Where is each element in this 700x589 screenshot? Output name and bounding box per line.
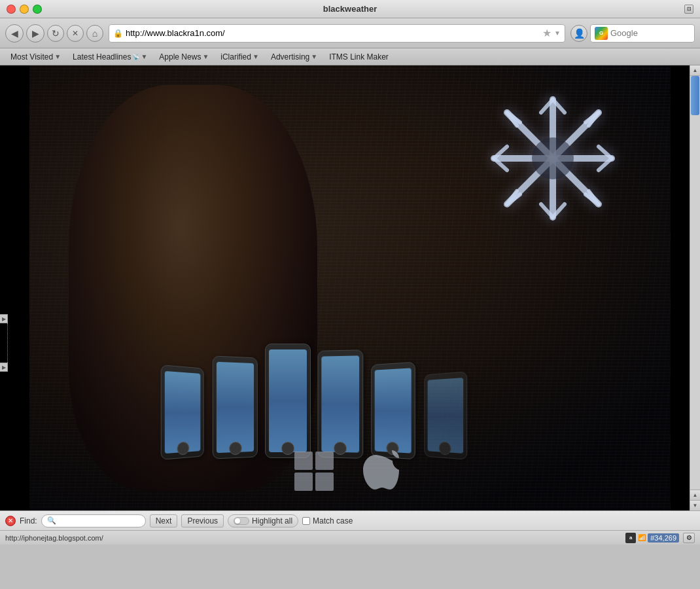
bookmark-itms-link-maker[interactable]: ITMS Link Maker <box>324 51 394 63</box>
bookmark-apple-news[interactable]: Apple News ▼ <box>154 51 214 63</box>
scroll-up-button[interactable]: ▲ <box>690 65 700 76</box>
svg-rect-21 <box>294 452 313 470</box>
status-url: http://iphonejtag.blogspot.com/ <box>5 534 620 542</box>
scroll-track[interactable] <box>690 76 700 490</box>
find-input[interactable] <box>59 516 157 526</box>
signal-bars-icon: 📶 <box>638 534 646 541</box>
find-previous-button[interactable]: Previous <box>181 514 224 527</box>
apple-logo <box>363 445 409 497</box>
maximize-button[interactable] <box>33 5 42 14</box>
bookmark-advertising[interactable]: Advertising ▼ <box>266 51 323 63</box>
lock-icon: 🔒 <box>113 29 123 38</box>
highlight-toggle[interactable] <box>234 517 249 525</box>
chevron-down-icon: ▼ <box>141 53 147 60</box>
find-input-wrapper: 🔍 <box>41 514 146 527</box>
side-expand-left: ▶ ▶ <box>0 314 8 372</box>
chevron-down-icon: ▼ <box>54 53 61 60</box>
phone-4 <box>317 349 363 459</box>
status-bar: http://iphonejtag.blogspot.com/ a 📶 #34,… <box>0 530 700 544</box>
match-case-checkbox[interactable] <box>302 517 310 525</box>
window-controls <box>7 5 42 14</box>
svg-point-20 <box>532 137 574 179</box>
phone-6 <box>424 371 467 459</box>
bookmark-most-visited[interactable]: Most Visited ▼ <box>5 51 66 63</box>
extension-button[interactable]: ⚙ <box>683 533 695 543</box>
toolbar: ◀ ▶ ↻ ✕ ⌂ 🔒 ★ ▼ 👤 G 🔍 <box>0 18 700 48</box>
restore-button[interactable]: ⊡ <box>684 5 693 14</box>
find-next-button[interactable]: Next <box>150 514 178 527</box>
home-button[interactable]: ⌂ <box>86 25 103 42</box>
phone-1 <box>161 365 204 460</box>
address-input[interactable] <box>126 28 540 38</box>
search-input[interactable] <box>610 28 700 38</box>
google-logo: G <box>595 27 608 40</box>
find-search-icon: 🔍 <box>47 516 56 525</box>
bookmark-iclarified[interactable]: iClarified ▼ <box>215 51 264 63</box>
find-highlight-button[interactable]: Highlight all <box>228 514 298 527</box>
forward-button[interactable]: ▶ <box>26 24 44 43</box>
title-bar: blackweather ⊡ <box>0 0 700 18</box>
svg-rect-23 <box>294 473 313 491</box>
window-title: blackweather <box>323 4 377 14</box>
bookmark-dropdown-icon[interactable]: ▼ <box>554 29 561 37</box>
toolbar-right-section: 👤 G 🔍 <box>570 24 695 43</box>
status-bar-right: a 📶 #34,269 ⚙ <box>625 533 695 543</box>
close-button[interactable] <box>7 5 16 14</box>
bookmarks-bar: Most Visited ▼ Latest Headlines 📡 ▼ Appl… <box>0 48 700 65</box>
find-close-button[interactable]: ✕ <box>5 516 16 526</box>
site-main-content <box>29 65 671 510</box>
find-bar: ✕ Find: 🔍 Next Previous Highlight all Ma… <box>0 510 700 530</box>
reload-button[interactable]: ↻ <box>47 25 64 42</box>
phone-2 <box>213 355 258 459</box>
stop-button[interactable]: ✕ <box>67 25 84 42</box>
bookmark-star-icon[interactable]: ★ <box>542 27 551 39</box>
scrollbar: ▲ ▲ ▼ <box>690 65 700 510</box>
expand-button-top[interactable]: ▶ <box>0 314 8 323</box>
chevron-down-icon: ▼ <box>311 53 317 60</box>
minimize-button[interactable] <box>20 5 29 14</box>
scroll-down-button-lower[interactable]: ▼ <box>690 500 700 510</box>
rss-icon: 📡 <box>132 54 139 60</box>
scroll-thumb[interactable] <box>691 76 699 115</box>
alexa-logo: a <box>625 533 636 543</box>
browser-content-area: ▶ ▶ ▲ ▲ ▼ <box>0 65 700 510</box>
svg-rect-24 <box>315 473 334 491</box>
svg-rect-22 <box>315 452 334 470</box>
find-label: Find: <box>20 516 37 526</box>
phones-row <box>160 314 657 458</box>
address-bar: 🔒 ★ ▼ <box>109 24 565 43</box>
user-icon-button[interactable]: 👤 <box>570 25 587 42</box>
expand-button-bottom[interactable]: ▶ <box>0 363 8 372</box>
match-case-label[interactable]: Match case <box>302 516 353 526</box>
search-bar: G 🔍 <box>590 24 695 43</box>
title-bar-right: ⊡ <box>684 5 693 14</box>
scroll-down-button-upper[interactable]: ▲ <box>690 490 700 500</box>
windows-logo <box>291 448 337 494</box>
back-button[interactable]: ◀ <box>5 24 24 43</box>
bookmark-latest-headlines[interactable]: Latest Headlines 📡 ▼ <box>67 51 152 63</box>
phone-3 <box>265 344 311 458</box>
snowflake-decoration <box>487 105 618 236</box>
alexa-badge: a 📶 #34,269 <box>625 533 679 543</box>
chevron-down-icon: ▼ <box>202 53 209 60</box>
bottom-logos <box>291 445 409 497</box>
expand-divider <box>0 323 8 363</box>
alexa-rank: #34,269 <box>648 533 679 543</box>
hero-background <box>29 65 671 510</box>
chevron-down-icon: ▼ <box>253 53 259 60</box>
